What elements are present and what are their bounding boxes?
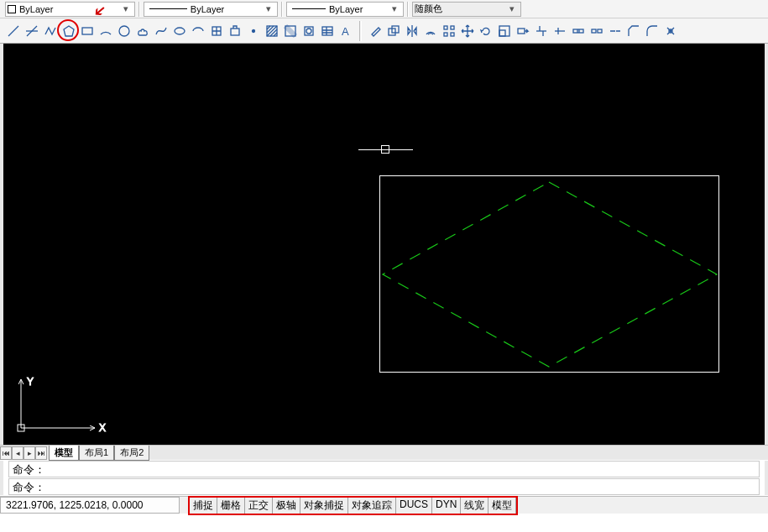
linetype-name: ByLayer [191, 4, 224, 14]
property-bar: ByLayer ▾ ByLayer ▾ ByLayer ▾ 随颜色 ▾ ➔ [0, 0, 768, 18]
revcloud-icon[interactable] [134, 23, 151, 39]
svg-rect-21 [451, 33, 454, 36]
status-toggle[interactable]: 对象追踪 [348, 498, 396, 514]
scale-icon[interactable] [496, 23, 513, 39]
lineweight-combo[interactable]: ByLayer ▾ [286, 2, 404, 17]
plotstyle-combo[interactable]: 随颜色 ▾ [412, 2, 521, 17]
gradient-icon[interactable] [282, 23, 299, 39]
fillet-icon[interactable] [644, 23, 661, 39]
svg-text:A: A [342, 25, 349, 38]
region-icon[interactable] [300, 23, 317, 39]
status-toggle[interactable]: 极轴 [273, 498, 300, 514]
status-toggle[interactable]: 对象捕捉 [300, 498, 348, 514]
svg-rect-22 [499, 30, 505, 36]
rotate-icon[interactable] [478, 23, 494, 39]
status-toggle[interactable]: 捕捉 [190, 498, 217, 514]
chevron-down-icon: ▾ [119, 3, 133, 14]
layer-combo[interactable]: ByLayer ▾ [5, 2, 135, 17]
linetype-preview [149, 8, 187, 9]
svg-point-6 [175, 28, 185, 34]
insert-icon[interactable] [208, 23, 225, 39]
coordinate-readout: 3221.9706, 1225.0218, 0.0000 [0, 497, 180, 514]
xline-icon[interactable] [24, 23, 40, 39]
svg-rect-8 [231, 29, 239, 35]
join-icon[interactable] [607, 23, 624, 39]
chamfer-icon[interactable] [625, 23, 642, 39]
layout-tab[interactable]: 布局1 [79, 446, 114, 461]
svg-rect-20 [444, 33, 447, 36]
status-toggle[interactable]: 线宽 [461, 498, 488, 514]
svg-point-9 [253, 29, 255, 32]
layer-color-swatch [8, 5, 16, 13]
mtext-icon[interactable]: A [337, 23, 354, 39]
mirror-icon[interactable] [404, 23, 421, 39]
circle-icon[interactable] [116, 23, 133, 39]
lineweight-preview [292, 8, 326, 9]
draw-tool-group: A [5, 23, 354, 39]
modify-tool-group [367, 23, 679, 39]
pline-icon[interactable] [42, 23, 59, 39]
erase-icon[interactable] [367, 23, 384, 39]
hatch-icon[interactable] [264, 23, 280, 39]
command-area: 命令： 命令： [0, 461, 768, 495]
break1-icon[interactable] [570, 23, 587, 39]
tab-nav-next[interactable]: ▸ [24, 446, 35, 460]
extend-icon[interactable] [551, 23, 568, 39]
break2-icon[interactable] [588, 23, 605, 39]
svg-point-5 [119, 26, 129, 36]
linetype-combo[interactable]: ByLayer ▾ [144, 2, 278, 17]
status-bar: 3221.9706, 1225.0218, 0.0000 捕捉栅格正交极轴对象捕… [0, 496, 768, 514]
drawing-canvas[interactable]: Y X [0, 44, 768, 445]
draw-modify-toolbar: A [0, 18, 768, 44]
spline-icon[interactable] [153, 23, 170, 39]
status-toggle[interactable]: DYN [432, 498, 461, 514]
explode-icon[interactable] [662, 23, 679, 39]
chevron-down-icon: ▾ [505, 3, 519, 14]
status-toggle[interactable]: 栅格 [217, 498, 245, 514]
svg-rect-23 [499, 26, 509, 36]
svg-rect-25 [573, 29, 583, 33]
command-input[interactable]: 命令： [8, 478, 760, 495]
status-toggle[interactable]: DUCS [396, 498, 432, 514]
svg-rect-4 [82, 28, 92, 34]
svg-rect-19 [451, 26, 454, 29]
ellipse-icon[interactable] [171, 23, 188, 39]
layout-tab-bar: ⏮ ◂ ▸ ⏭ 模型布局1布局2 [0, 445, 768, 460]
svg-rect-27 [598, 29, 602, 33]
stretch-icon[interactable] [515, 23, 531, 39]
table-icon[interactable] [319, 23, 336, 39]
copy-icon[interactable] [385, 23, 402, 39]
svg-line-0 [8, 26, 18, 36]
tab-nav-prev[interactable]: ◂ [12, 446, 24, 460]
status-toggle[interactable]: 正交 [245, 498, 273, 514]
layout-tab[interactable]: 布局2 [114, 446, 149, 461]
divider [407, 2, 409, 17]
chevron-down-icon: ▾ [262, 3, 275, 14]
drawn-shapes [3, 44, 765, 445]
svg-rect-14 [322, 27, 332, 35]
divider [138, 2, 140, 17]
svg-rect-24 [518, 29, 525, 34]
rectangle-icon[interactable] [79, 23, 96, 39]
move-icon[interactable] [459, 23, 476, 39]
lineweight-name: ByLayer [329, 4, 363, 14]
layer-name: ByLayer [19, 4, 53, 14]
divider [281, 2, 283, 17]
command-history: 命令： [8, 461, 760, 477]
block-icon[interactable] [227, 23, 243, 39]
trim-icon[interactable] [533, 23, 550, 39]
ellipsearc-icon[interactable] [190, 23, 206, 39]
layout-tab[interactable]: 模型 [49, 446, 79, 461]
status-toggle[interactable]: 模型 [488, 498, 516, 514]
status-toggle-group: 捕捉栅格正交极轴对象捕捉对象追踪DUCSDYN线宽模型 [188, 496, 518, 515]
line-icon[interactable] [5, 23, 22, 39]
array-icon[interactable] [441, 23, 457, 39]
tab-nav-first[interactable]: ⏮ [0, 446, 12, 460]
svg-marker-29 [383, 182, 717, 367]
point-icon[interactable] [245, 23, 262, 39]
plotstyle-name: 随颜色 [415, 3, 442, 15]
arc-icon[interactable] [97, 23, 114, 39]
polygon-icon[interactable] [60, 23, 77, 39]
tab-nav-last[interactable]: ⏭ [35, 446, 47, 460]
offset-icon[interactable] [422, 23, 439, 39]
